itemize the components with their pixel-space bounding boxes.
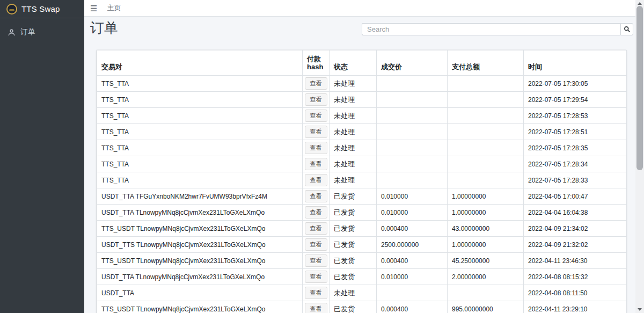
table-row: USDT_TTS TLnowpyMNq8jcCjvmXex231LToGXeLX… [97, 237, 627, 253]
table-row: TTS_TTA查看未处理2022-07-05 17:28:35 [97, 140, 627, 156]
hash-cell: 查看 [303, 285, 330, 301]
time-cell: 2022-04-05 17:00:47 [524, 188, 627, 205]
pair-cell: TTS_TTA [97, 172, 303, 188]
hash-cell: 查看 [303, 269, 330, 285]
hash-cell: 查看 [303, 221, 330, 237]
view-button[interactable]: 查看 [305, 93, 327, 106]
pair-cell: TTS_USDT TLnowpyMNq8jcCjvmXex231LToGXeLX… [97, 301, 303, 313]
col-header-total: 支付总额 [448, 50, 524, 76]
pair-cell: USDT_TTA [97, 285, 303, 301]
total-cell: 995.00000000 [448, 301, 524, 313]
orders-table-card: 交易对 付款 hash 状态 成交价 支付总额 时间 TTS_TTA查看未处理2… [97, 50, 626, 313]
status-cell: 未处理 [330, 140, 377, 156]
view-button[interactable]: 查看 [305, 77, 327, 90]
total-cell: 45.25000000 [448, 253, 524, 269]
time-cell: 2022-04-08 08:11:50 [524, 285, 627, 301]
search-icon [624, 26, 631, 33]
sidebar-item-orders[interactable]: 订单 [0, 23, 84, 41]
status-cell: 已发货 [330, 205, 377, 221]
table-row: TTS_TTA查看未处理2022-07-05 17:28:51 [97, 124, 627, 140]
price-cell [377, 108, 448, 124]
status-cell: 未处理 [330, 172, 377, 188]
hash-cell: 查看 [303, 140, 330, 156]
status-cell: 已发货 [330, 253, 377, 269]
status-cell: 未处理 [330, 76, 377, 92]
view-button[interactable]: 查看 [305, 158, 327, 170]
view-button[interactable]: 查看 [305, 206, 327, 219]
hash-cell: 查看 [303, 237, 330, 253]
pair-cell: TTS_TTA [97, 108, 303, 124]
col-header-time: 时间 [524, 50, 627, 76]
price-cell: 0.000400 [377, 301, 448, 313]
menu-toggle-icon[interactable]: ☰ [90, 4, 97, 12]
table-row: USDT_TTA TLnowpyMNq8jcCjvmXex231LToGXeLX… [97, 269, 627, 285]
time-cell: 2022-07-05 17:29:54 [524, 92, 627, 108]
scrollbar[interactable] [635, 0, 644, 313]
time-cell: 2022-04-09 21:34:02 [524, 221, 627, 237]
total-cell [448, 156, 524, 172]
pair-cell: TTS_TTA [97, 124, 303, 140]
total-cell [448, 108, 524, 124]
view-button[interactable]: 查看 [305, 222, 327, 235]
view-button[interactable]: 查看 [305, 142, 327, 154]
total-cell [448, 285, 524, 301]
table-row: TTS_TTA查看未处理2022-07-05 17:28:33 [97, 172, 627, 188]
pair-cell: TTS_TTA [97, 92, 303, 108]
col-header-price: 成交价 [377, 50, 448, 76]
search-input[interactable] [362, 23, 620, 35]
status-cell: 未处理 [330, 285, 377, 301]
view-button[interactable]: 查看 [305, 190, 327, 202]
view-button[interactable]: 查看 [305, 110, 327, 122]
search-button[interactable] [620, 23, 633, 35]
scroll-up-arrow-icon[interactable] [638, 2, 642, 5]
status-cell: 已发货 [330, 269, 377, 285]
status-cell: 已发货 [330, 221, 377, 237]
sidebar-item-label: 订单 [20, 27, 35, 37]
view-button[interactable]: 查看 [305, 303, 327, 313]
pair-cell: TTS_USDT TLnowpyMNq8jcCjvmXex231LToGXeLX… [97, 253, 303, 269]
hash-cell: 查看 [303, 108, 330, 124]
status-cell: 已发货 [330, 301, 377, 313]
pair-cell: TTS_TTA [97, 156, 303, 172]
table-row: TTS_TTA查看未处理2022-07-05 17:28:53 [97, 108, 627, 124]
price-cell: 0.010000 [377, 269, 448, 285]
view-button[interactable]: 查看 [305, 126, 327, 138]
pair-cell: USDT_TTA TLnowpyMNq8jcCjvmXex231LToGXeLX… [97, 269, 303, 285]
price-cell [377, 285, 448, 301]
view-button[interactable]: 查看 [305, 174, 327, 186]
total-cell [448, 140, 524, 156]
content: 订单 交易对 付款 hash 状态 [84, 17, 644, 313]
price-cell: 0.000400 [377, 253, 448, 269]
price-cell [377, 76, 448, 92]
brand[interactable]: TTS Swap [0, 0, 84, 18]
pair-cell: USDT_TTA TLnowpyMNq8jcCjvmXex231LToGXeLX… [97, 205, 303, 221]
time-cell: 2022-07-05 17:28:35 [524, 140, 627, 156]
view-button[interactable]: 查看 [305, 254, 327, 267]
status-cell: 未处理 [330, 156, 377, 172]
breadcrumb-home[interactable]: 主页 [107, 3, 121, 13]
table-row: TTS_USDT TLnowpyMNq8jcCjvmXex231LToGXeLX… [97, 221, 627, 237]
sidebar: TTS Swap 订单 [0, 0, 84, 313]
price-cell: 0.010000 [377, 205, 448, 221]
price-cell [377, 140, 448, 156]
table-row: TTS_USDT TLnowpyMNq8jcCjvmXex231LToGXeLX… [97, 253, 627, 269]
total-cell [448, 76, 524, 92]
view-button[interactable]: 查看 [305, 271, 327, 283]
hash-cell: 查看 [303, 253, 330, 269]
hash-cell: 查看 [303, 156, 330, 172]
topbar: ☰ 主页 [84, 0, 644, 17]
time-cell: 2022-07-05 17:30:05 [524, 76, 627, 92]
view-button[interactable]: 查看 [305, 287, 327, 299]
scroll-down-arrow-icon[interactable] [638, 308, 642, 311]
time-cell: 2022-07-05 17:28:51 [524, 124, 627, 140]
scrollbar-thumb[interactable] [636, 6, 643, 170]
view-button[interactable]: 查看 [305, 238, 327, 251]
total-cell: 1.00000000 [448, 188, 524, 205]
brand-title: TTS Swap [21, 4, 60, 13]
brand-logo-icon [6, 4, 17, 14]
total-cell: 43.00000000 [448, 221, 524, 237]
main-area: ☰ 主页 订单 交易对 付款 h [84, 0, 644, 313]
price-cell [377, 156, 448, 172]
hash-cell: 查看 [303, 76, 330, 92]
pair-cell: TTS_USDT TLnowpyMNq8jcCjvmXex231LToGXeLX… [97, 221, 303, 237]
